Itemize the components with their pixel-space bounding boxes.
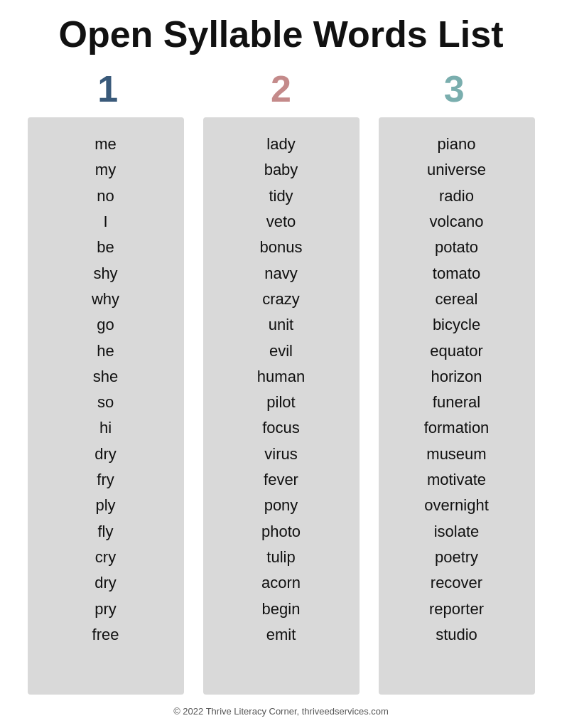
word-item: pony — [264, 493, 298, 518]
word-item: bonus — [260, 235, 303, 260]
word-item: fry — [97, 467, 114, 493]
word-item: so — [97, 390, 114, 415]
word-item: tidy — [269, 183, 293, 209]
word-item: photo — [261, 519, 301, 545]
columns-container: memynoIbeshywhygoheshesohidryfryplyflycr… — [21, 117, 541, 695]
word-item: baby — [264, 157, 298, 183]
word-item: evil — [269, 338, 293, 364]
word-item: cereal — [436, 287, 478, 312]
word-column-3: pianouniverseradiovolcanopotatotomatocer… — [379, 117, 535, 695]
word-item: formation — [424, 415, 490, 441]
word-item: funeral — [433, 390, 480, 415]
word-item: he — [97, 338, 114, 364]
word-item: dry — [94, 570, 117, 596]
word-item: studio — [436, 622, 477, 648]
word-item: she — [93, 364, 118, 390]
word-item: dry — [94, 441, 117, 467]
word-item: fly — [98, 519, 114, 545]
word-item: emit — [266, 622, 296, 648]
word-item: be — [97, 235, 114, 260]
word-item: ply — [95, 493, 115, 518]
word-item: bicycle — [433, 312, 480, 338]
word-item: virus — [264, 441, 297, 467]
word-item: focus — [262, 415, 300, 441]
word-item: motivate — [427, 467, 486, 493]
column-number-3: 3 — [376, 68, 532, 110]
word-column-2: ladybabytidyvetobonusnavycrazyunitevilhu… — [203, 117, 360, 695]
word-item: reporter — [429, 596, 484, 622]
word-item: shy — [93, 261, 117, 287]
word-item: recover — [431, 570, 482, 596]
word-item: museum — [426, 441, 486, 467]
word-item: tomato — [433, 261, 480, 287]
word-item: why — [92, 287, 119, 312]
word-item: volcano — [430, 209, 484, 235]
word-item: human — [257, 364, 305, 390]
word-item: radio — [439, 183, 474, 209]
word-item: me — [94, 132, 117, 157]
column-number-1: 1 — [30, 68, 186, 110]
word-item: poetry — [435, 545, 478, 570]
footer: © 2022 Thrive Literacy Corner, thriveeds… — [173, 706, 389, 721]
word-item: unit — [269, 312, 293, 338]
word-item: hi — [99, 415, 112, 441]
word-item: equator — [430, 338, 483, 364]
word-item: lady — [266, 132, 295, 157]
word-item: overnight — [424, 493, 489, 518]
word-item: veto — [266, 209, 296, 235]
word-item: tulip — [266, 545, 295, 570]
word-item: universe — [427, 157, 486, 183]
word-item: no — [97, 183, 114, 209]
word-item: free — [92, 622, 119, 648]
word-column-1: memynoIbeshywhygoheshesohidryfryplyflycr… — [28, 117, 184, 695]
word-item: pilot — [266, 390, 295, 415]
word-item: horizon — [431, 364, 482, 390]
word-item: acorn — [261, 570, 301, 596]
word-item: go — [97, 312, 114, 338]
word-item: isolate — [434, 519, 480, 545]
word-item: my — [95, 157, 116, 183]
word-item: I — [103, 209, 107, 235]
word-item: cry — [95, 545, 116, 570]
page-title: Open Syllable Words List — [58, 14, 503, 55]
word-item: navy — [264, 261, 297, 287]
word-item: piano — [438, 132, 476, 157]
word-item: begin — [262, 596, 301, 622]
word-item: potato — [435, 235, 478, 260]
word-item: fever — [264, 467, 298, 493]
column-number-2: 2 — [202, 68, 359, 110]
columns-header: 123 — [21, 68, 541, 110]
word-item: pry — [94, 596, 117, 622]
word-item: crazy — [262, 287, 300, 312]
